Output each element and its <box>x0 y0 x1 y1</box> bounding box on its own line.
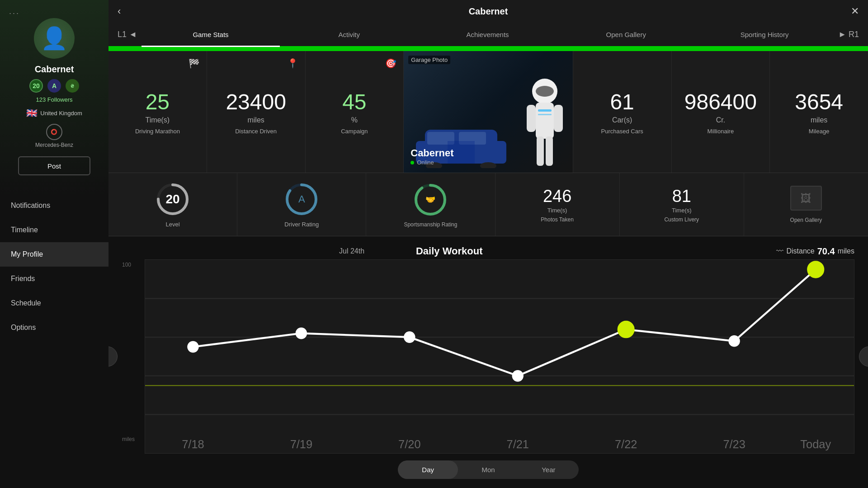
svg-rect-12 <box>537 136 544 166</box>
millionaire-label: Millionaire <box>708 128 734 135</box>
level-number: 20 <box>166 192 180 206</box>
stat-open-gallery[interactable]: 🖼 Open Gallery <box>744 173 868 236</box>
sidebar-username: Cabernet <box>35 64 74 75</box>
stat-millionaire: 986400 Cr. Millionaire <box>672 51 770 173</box>
time-filter-day[interactable]: Day <box>398 460 458 479</box>
distance-icon-small: 〰 <box>776 247 783 255</box>
car-logo: ⭕ <box>46 124 62 140</box>
followers-count: 123 Followers <box>36 96 73 103</box>
millionaire-number: 986400 <box>684 89 757 114</box>
country: 🇬🇧 United Kingdom <box>26 108 82 118</box>
svg-text:Today: Today <box>800 438 831 450</box>
sidebar-menu-dots[interactable]: ... <box>9 7 20 16</box>
sidebar-item-timeline[interactable]: Timeline <box>0 218 108 242</box>
campaign-number: 45 <box>342 89 366 114</box>
chart-area: ‹ 100 miles <box>122 259 854 454</box>
garage-photo-card: Garage Photo <box>404 51 573 173</box>
online-status: Online <box>410 159 453 166</box>
avatar-icon: 👤 <box>41 26 68 51</box>
driver-rating-icon: A <box>298 193 305 205</box>
svg-point-31 <box>618 322 634 337</box>
tab-nav-right[interactable]: ► R1 <box>834 30 863 39</box>
tab-nav-left[interactable]: L1 ◄ <box>113 30 142 39</box>
time-filter: Day Mon Year <box>398 460 579 479</box>
driving-marathon-unit: Time(s) <box>146 116 170 124</box>
purchased-cars-number: 61 <box>610 89 634 114</box>
tab-sporting-history[interactable]: Sporting History <box>695 23 834 46</box>
workout-date: Jul 24th <box>339 247 364 255</box>
svg-text:7/20: 7/20 <box>398 438 420 450</box>
stat-campaign: 🎯 45 % Campaign <box>306 51 404 173</box>
tab-activity[interactable]: Activity <box>280 23 418 46</box>
sidebar-item-schedule[interactable]: Schedule <box>0 291 108 315</box>
sidebar-item-options[interactable]: Options <box>0 315 108 340</box>
workout-section: Jul 24th Daily Workout 〰 Distance 70.4 m… <box>108 236 868 488</box>
sidebar: ... 👤 Cabernet 20 A ₴ 123 Followers 🇬🇧 U… <box>0 0 108 488</box>
campaign-label: Campaign <box>341 128 368 135</box>
sidebar-item-notifications[interactable]: Notifications <box>0 193 108 218</box>
svg-text:7/23: 7/23 <box>723 438 745 450</box>
online-indicator <box>410 161 414 164</box>
distance-driven-unit: miles <box>247 116 264 124</box>
stat-distance-driven: 📍 23400 miles Distance Driven <box>207 51 306 173</box>
stat-driver-rating: A Driver Rating <box>237 173 366 236</box>
page-title: Cabernet <box>469 6 508 17</box>
sportsmanship-icon: 🤝 <box>425 195 435 205</box>
time-filter-year[interactable]: Year <box>519 460 579 479</box>
close-button[interactable]: ✕ <box>851 5 859 17</box>
svg-text:7/21: 7/21 <box>507 438 529 450</box>
content-area: 🏁 25 Time(s) Driving Marathon 📍 23400 mi… <box>108 47 868 488</box>
tab-achievements[interactable]: Achievements <box>418 23 557 46</box>
svg-point-33 <box>808 262 823 277</box>
driver-profile-overlay: Cabernet Online <box>410 147 453 166</box>
distance-driven-number: 23400 <box>226 89 286 114</box>
campaign-icon: 🎯 <box>385 58 396 69</box>
mileage-unit: miles <box>811 116 827 124</box>
tab-open-gallery[interactable]: Open Gallery <box>557 23 695 46</box>
country-name: United Kingdom <box>40 110 82 117</box>
svg-point-27 <box>188 342 198 352</box>
level-label: Level <box>166 221 180 228</box>
mileage-label: Mileage <box>809 128 830 135</box>
stats-bottom-row: 20 Level A Driver Rating <box>108 173 868 236</box>
stat-sportsmanship: 🤝 Sportsmanship Rating <box>366 173 495 236</box>
main-content: ‹ Cabernet ✕ L1 ◄ Game Stats Activity Ac… <box>108 0 868 488</box>
y-axis-top: 100 <box>122 262 141 268</box>
purchased-cars-label: Purchased Cars <box>601 128 643 135</box>
svg-point-30 <box>513 371 523 380</box>
svg-point-28 <box>297 328 306 338</box>
svg-text:7/19: 7/19 <box>290 438 312 450</box>
svg-rect-11 <box>554 105 563 132</box>
tab-game-stats[interactable]: Game Stats <box>142 23 280 46</box>
chart-next-button[interactable]: › <box>859 347 868 367</box>
chart-svg: 7/18 7/19 7/20 7/21 7/22 7/23 Today <box>145 260 854 453</box>
status-text: Online <box>417 159 434 166</box>
chart-container: 7/18 7/19 7/20 7/21 7/22 7/23 Today <box>145 259 854 454</box>
distance-driven-label: Distance Driven <box>235 128 277 135</box>
distance-icon: 📍 <box>287 58 298 69</box>
flag-icon: 🇬🇧 <box>26 108 38 118</box>
svg-text:7/18: 7/18 <box>182 438 204 450</box>
svg-text:7/22: 7/22 <box>615 438 637 450</box>
topbar: ‹ Cabernet ✕ <box>108 0 868 23</box>
mileage-number: 3654 <box>795 89 843 114</box>
open-gallery-label: Open Gallery <box>790 217 822 223</box>
campaign-unit: % <box>351 116 358 124</box>
workout-distance: 〰 Distance 70.4 miles <box>776 246 854 257</box>
garage-label: Garage Photo <box>408 56 450 64</box>
sidebar-item-friends[interactable]: Friends <box>0 267 108 291</box>
driving-marathon-label: Driving Marathon <box>135 128 180 135</box>
stat-custom-livery: 81 Time(s) Custom Livery <box>620 173 744 236</box>
badges-container: 20 A ₴ <box>29 79 79 93</box>
svg-rect-14 <box>538 109 552 112</box>
custom-livery-number: 81 <box>672 187 691 206</box>
photos-taken-label: Photos Taken <box>541 216 574 223</box>
green-accent-bar <box>108 47 868 51</box>
chart-prev-button[interactable]: ‹ <box>108 347 118 367</box>
time-filter-mon[interactable]: Mon <box>458 460 518 479</box>
back-button[interactable]: ‹ <box>118 5 121 17</box>
sidebar-item-my-profile[interactable]: My Profile <box>0 242 108 267</box>
post-button[interactable]: Post <box>18 156 90 175</box>
workout-header: Jul 24th Daily Workout 〰 Distance 70.4 m… <box>122 245 854 257</box>
svg-point-8 <box>536 86 554 97</box>
